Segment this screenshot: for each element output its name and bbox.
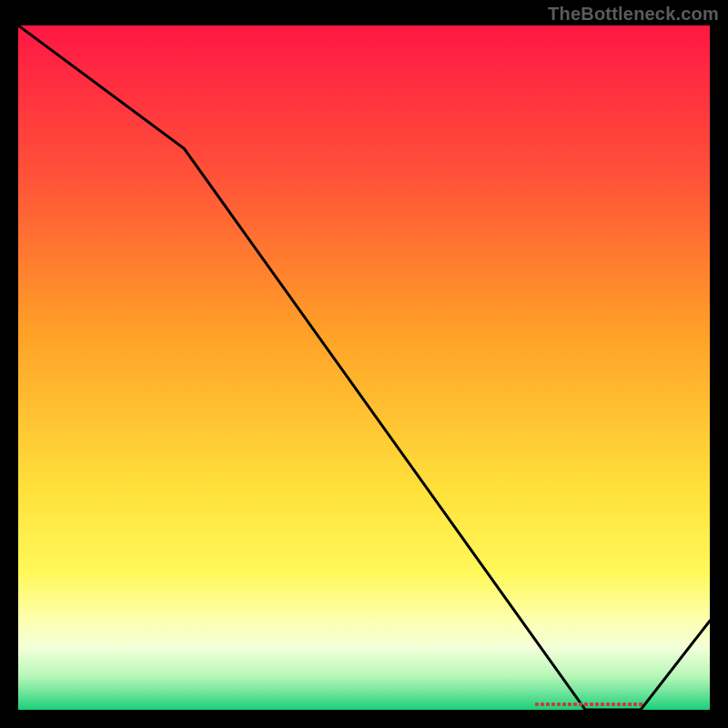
svg-rect-9 (584, 703, 588, 706)
svg-rect-16 (622, 703, 626, 706)
svg-rect-8 (579, 703, 582, 706)
svg-rect-18 (633, 703, 637, 706)
svg-rect-13 (606, 703, 610, 706)
svg-rect-14 (612, 703, 615, 706)
watermark-label: TheBottleneck.com (548, 4, 719, 25)
svg-rect-7 (573, 703, 577, 706)
svg-rect-15 (617, 703, 621, 706)
svg-rect-12 (601, 703, 604, 706)
svg-rect-5 (562, 703, 566, 706)
chart-stage: TheBottleneck.com (0, 0, 728, 728)
svg-rect-11 (595, 703, 599, 706)
svg-rect-1 (541, 703, 544, 706)
svg-rect-3 (551, 703, 555, 706)
bottleneck-chart (18, 25, 710, 710)
gradient-background (18, 25, 710, 710)
svg-rect-10 (590, 703, 593, 706)
svg-rect-17 (628, 703, 632, 706)
svg-rect-19 (639, 703, 642, 706)
svg-rect-6 (568, 703, 571, 706)
plot-frame (18, 25, 710, 710)
svg-rect-0 (535, 703, 539, 706)
svg-rect-4 (557, 703, 561, 706)
svg-rect-2 (546, 703, 550, 706)
